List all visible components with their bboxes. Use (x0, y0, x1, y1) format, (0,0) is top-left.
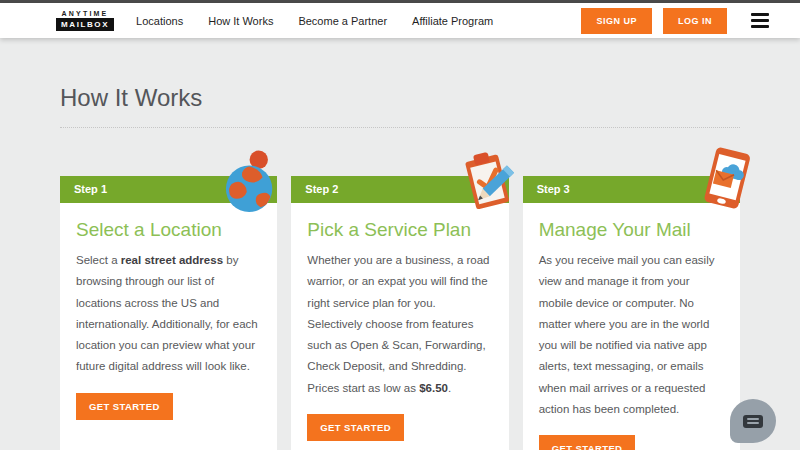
step-1-description: Select a real street address by browsing… (76, 250, 261, 378)
text-segment-bold: $6.50 (419, 382, 448, 394)
chat-widget-button[interactable] (730, 399, 776, 443)
nav-item-how-it-works[interactable]: How It Works (208, 15, 273, 27)
steps-row: Step 1 Select a Location Select a real s… (60, 176, 740, 450)
step-2-description: Whether you are a business, a road warri… (307, 250, 492, 399)
step-3-description: As you receive mail you can easily view … (539, 250, 724, 420)
step-1-body: Select a Location Select a real street a… (60, 203, 277, 450)
log-in-button[interactable]: LOG IN (663, 8, 727, 34)
main-nav: Locations How It Works Become a Partner … (136, 15, 493, 27)
step-3-title: Manage Your Mail (539, 219, 691, 241)
nav-item-become-a-partner[interactable]: Become a Partner (298, 15, 387, 27)
step-1-title: Select a Location (76, 219, 222, 241)
step-1-badge-label: Step 1 (74, 183, 107, 195)
sign-up-button[interactable]: SIGN UP (581, 8, 652, 34)
get-started-button-step-3[interactable]: GET STARTED (539, 435, 636, 450)
step-3-body: Manage Your Mail As you receive mail you… (523, 203, 740, 450)
text-segment: Whether you are a business, a road warri… (307, 254, 489, 394)
text-segment-bold: real street address (121, 254, 223, 266)
step-3-badge: Step 3 (523, 176, 740, 203)
get-started-button-step-1[interactable]: GET STARTED (76, 393, 173, 420)
step-2-badge: Step 2 (291, 176, 508, 203)
anytime-mailbox-logo[interactable]: ANYTIME MAILBOX (56, 10, 114, 31)
step-2-card: Step 2 (291, 176, 508, 450)
nav-item-locations[interactable]: Locations (136, 15, 183, 27)
step-2-title: Pick a Service Plan (307, 219, 471, 241)
step-1-badge: Step 1 (60, 176, 277, 203)
logo-text-mailbox: MAILBOX (56, 18, 114, 31)
chat-widget-icon (743, 415, 763, 428)
text-segment: by browsing through our list of location… (76, 254, 258, 372)
site-header: ANYTIME MAILBOX Locations How It Works B… (0, 3, 800, 38)
text-segment: Select a (76, 254, 121, 266)
step-2-badge-label: Step 2 (305, 183, 338, 195)
logo-text-anytime: ANYTIME (62, 10, 109, 17)
page-title: How It Works (60, 84, 740, 128)
get-started-button-step-2[interactable]: GET STARTED (307, 414, 404, 441)
main-content: How It Works Step 1 Select a Location Se… (0, 84, 800, 450)
step-3-badge-label: Step 3 (537, 183, 570, 195)
text-segment: . (448, 382, 451, 394)
step-2-body: Pick a Service Plan Whether you are a bu… (291, 203, 508, 450)
text-segment: As you receive mail you can easily view … (539, 254, 715, 415)
header-actions: SIGN UP LOG IN (581, 8, 772, 34)
nav-item-affiliate-program[interactable]: Affiliate Program (412, 15, 493, 27)
step-1-card: Step 1 Select a Location Select a real s… (60, 176, 277, 450)
step-3-card: Step 3 (523, 176, 740, 450)
hamburger-menu-icon[interactable] (748, 10, 772, 31)
